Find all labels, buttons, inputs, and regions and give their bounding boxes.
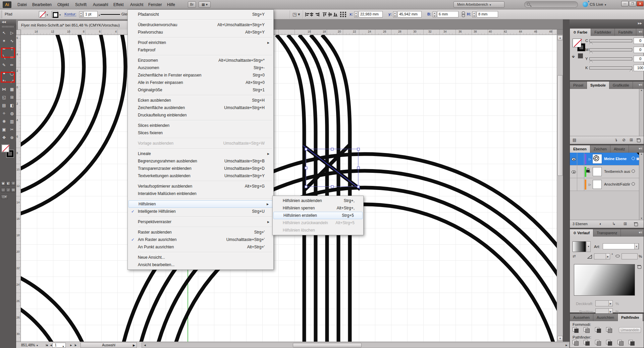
menu-item[interactable]: ✓ ▶ [128,137,273,140]
panel-tab[interactable]: ≎ Farbe [570,29,591,36]
menu-item[interactable]: ✓ Pfadansicht Strg+Y ▶ [128,11,273,18]
slider-handle[interactable] [589,51,593,54]
menu-item[interactable]: ✓ Neue Ansicht... ▶ [128,254,273,261]
menu-item[interactable]: ✓ Originalgröße Strg+1 ▶ [128,86,273,94]
workspace-switcher[interactable]: Mein Arbeitsbereich ▼ [453,1,504,8]
channel-slider[interactable] [589,66,632,69]
target-circle-icon[interactable] [632,182,635,186]
expand-triangle-icon[interactable]: ▷ [589,157,591,161]
width-stepper[interactable]: ▲▼ [433,11,436,17]
width-tool[interactable]: ⋈ [0,85,8,93]
menu-item[interactable]: ✓ ▶ [128,226,273,229]
scroll-up-button[interactable]: ▲ [557,35,563,40]
menu-item[interactable]: ✓ Farbproof ▶ [128,46,273,54]
panel-tab[interactable]: Transparenz [593,229,621,237]
scroll-up-icon[interactable]: ▲ [639,153,644,155]
panel-scrollbar[interactable]: ▲ [639,89,644,136]
arrange-documents-button[interactable]: ▦ ▾ [199,1,211,8]
menu-item[interactable]: ✓ Transparenzraster einblenden Umschaltt… [128,165,273,172]
scroll-up-icon[interactable]: ▲ [639,89,644,91]
free-transform-tool[interactable]: ▦ [8,85,16,93]
panel-grip[interactable] [1,11,2,18]
intersect-icon[interactable] [595,327,602,333]
vertical-scroll-thumb[interactable] [557,75,563,176]
gradient-tool[interactable]: ◧ [8,101,16,109]
panel-tab[interactable]: Farbfelder [591,29,615,36]
unite-icon[interactable] [573,327,579,333]
minimize-button[interactable]: — [621,1,629,6]
menu-item[interactable]: ✓ ▶ [128,197,273,200]
y-field[interactable]: 45,942 mm [397,11,422,17]
vertical-scrollbar[interactable]: ▲ ▼ [557,35,563,342]
expand-triangle-icon[interactable]: ▷ [589,183,591,186]
layer-row[interactable]: ▷ Meine Ebene [570,153,644,165]
panel-tab[interactable]: Ebenen [570,145,590,153]
panel-tab[interactable]: Farbhilfe [615,29,636,36]
shape-builder-tool[interactable]: ◱ [0,93,8,101]
opacity-field[interactable] [595,300,609,306]
menu-item[interactable]: ✓ Slices fixieren ▶ [128,129,273,137]
panel-tab[interactable]: ≎ Verlauf [570,229,593,237]
minus-back-icon[interactable] [629,340,635,345]
clipping-mask-icon[interactable]: ◐ [599,221,602,226]
stroke-weight-stepper[interactable]: ▲▼ [79,11,83,17]
visibility-cell[interactable] [570,153,577,165]
draw-normal-button[interactable]: ▭ [1,188,5,192]
menubar-item[interactable]: Bearbeiten [30,0,54,9]
x-field[interactable]: 22,983 mm [359,11,383,17]
horizontal-scrollbar[interactable]: ◀ ▶ [142,342,570,348]
menu-item[interactable]: ✓ Raster ausblenden Strg+' ▶ [128,229,273,236]
menu-item[interactable]: ✓ Auszoomen Strg+- ▶ [128,64,273,71]
selection-tool[interactable]: ↖ [0,29,8,37]
restore-button[interactable]: ❐ [629,1,636,6]
stroke-weight-field[interactable]: 1 pt [84,11,98,17]
menu-item[interactable]: ✓ Lineale ▶ [128,150,273,157]
chevron-down-icon[interactable]: ▾ [47,13,48,16]
perspective-grid-tool[interactable]: ⊞ [8,93,16,101]
menu-item[interactable]: ✓ Interaktive Mallücken einblenden ▶ [128,190,273,197]
place-symbol-icon[interactable]: ↴ [614,138,618,142]
last-page-button[interactable]: ▶ [73,343,78,348]
menu-item[interactable]: ✓ Begrenzungsrahmen ausblenden Umschaltt… [128,157,273,165]
column-graph-tool[interactable]: ▥ [8,117,16,126]
stroke-link[interactable]: Kontur: [64,12,76,16]
page-number-field[interactable]: 1 ▼ [52,343,66,348]
exclude-icon[interactable] [606,327,613,333]
lasso-tool[interactable]: ∿ [8,37,16,45]
vertical-ruler[interactable]: 642024681012141618202224262830 [16,35,21,342]
menubar-item[interactable]: Hilfe [164,0,178,9]
menubar-item[interactable]: Schrift [72,0,89,9]
symbol-sprayer-tool[interactable]: ❋ [0,117,8,126]
width-field[interactable]: 6 mm [437,11,459,17]
menu-item[interactable]: ✓ Textverkettungen ausblenden Umschaltta… [128,172,273,180]
left-arc-group[interactable] [21,35,125,342]
panel-tab[interactable]: Zeichen [590,145,610,153]
height-field[interactable]: 8 mm [477,11,498,17]
zoom-tool[interactable]: ⊕ [8,134,16,142]
menu-item[interactable]: ✓ ▶ [128,251,273,254]
menu-item[interactable]: ✓ ▶ [128,36,273,39]
channel-slider[interactable] [589,39,632,42]
draw-behind-button[interactable]: ▱ [6,188,10,192]
submenu-item[interactable]: ✓ Hilfslinien sperren Alt+Strg+, ▶ [273,204,363,212]
layer-name[interactable]: Anschnitt/Falzlini... [604,182,630,186]
menu-item[interactable]: ✓ Intelligente Hilfslinien Strg+U ▶ [128,208,273,215]
collapse-to-icons-icon[interactable]: ▶▶ [638,22,642,25]
link-dimensions-icon[interactable] [462,11,465,17]
hand-tool[interactable]: ✥ [0,134,8,142]
target-circle-icon[interactable] [632,169,635,173]
new-layer-icon[interactable]: ⊞ [624,221,627,226]
layer-thumbnail[interactable] [593,154,602,163]
menu-item[interactable]: ✓ ▶ [128,119,273,122]
color-button[interactable]: ▣ [1,181,5,186]
align-left-icons[interactable] [305,12,320,16]
none-button[interactable]: ⊘ [11,181,15,186]
blend-tool[interactable]: ◍ [8,109,16,117]
menu-item[interactable]: ✓ Proof einrichten ▶ [128,39,273,46]
lock-cell[interactable] [577,178,584,191]
layers-scrollbar[interactable]: ▲ ▼ [639,153,644,220]
artboard-tool[interactable]: ▣ [0,126,8,134]
horizontal-scroll-thumb[interactable] [293,343,362,347]
status-flyout-icon[interactable]: ▶ [133,343,135,348]
slice-tool[interactable]: ✂ [8,126,16,134]
